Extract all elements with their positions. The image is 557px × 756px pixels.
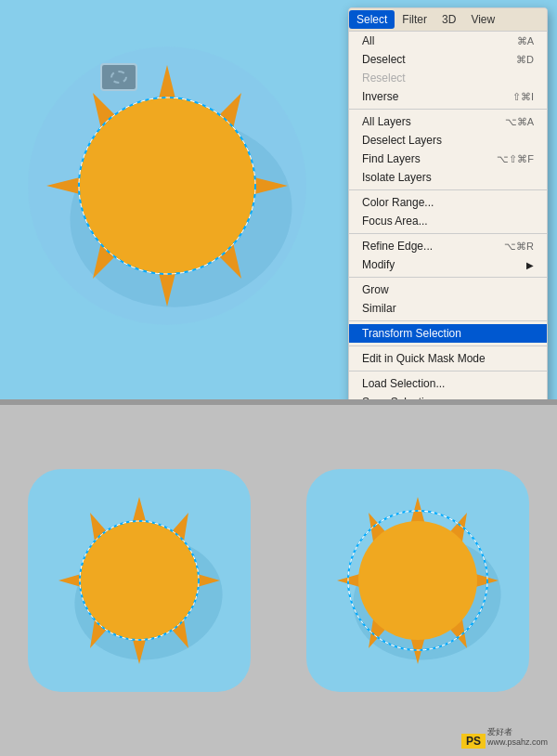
menu-item-color-range[interactable]: Color Range... (349, 193, 547, 212)
menu-item-reselect: Reselect (349, 69, 547, 87)
separator-2 (349, 189, 547, 190)
menu-bar-select[interactable]: Select (349, 10, 395, 29)
menu-item-isolate-layers[interactable]: Isolate Layers (349, 168, 547, 187)
menu-item-refine-edge[interactable]: Refine Edge... ⌥⌘R (349, 237, 547, 255)
select-menu: Select Filter 3D View All ⌘A Deselect ⌘D… (348, 7, 548, 399)
watermark-ps-label: PS (461, 734, 486, 749)
menu-item-deselect-layers[interactable]: Deselect Layers (349, 131, 547, 150)
separator-7 (349, 371, 547, 371)
svg-point-33 (358, 521, 477, 640)
menu-item-inverse[interactable]: Inverse ⇧⌘I (349, 87, 547, 106)
bottom-left-panel (0, 405, 278, 756)
menu-item-deselect[interactable]: Deselect ⌘D (349, 50, 547, 69)
menu-bar-3d[interactable]: 3D (434, 10, 463, 29)
menu-item-focus-area[interactable]: Focus Area... (349, 212, 547, 230)
menu-bar-view[interactable]: View (463, 10, 502, 29)
menu-item-grow[interactable]: Grow (349, 280, 547, 299)
separator-1 (349, 109, 547, 110)
icon-container-right (306, 469, 529, 692)
menu-item-find-layers[interactable]: Find Layers ⌥⇧⌘F (349, 150, 547, 168)
separator-6 (349, 345, 547, 346)
icon-container-left (28, 469, 251, 692)
watermark-area: PS 爱好者 www.psahz.com (461, 727, 548, 749)
menu-item-all-layers[interactable]: All Layers ⌥⌘A (349, 112, 547, 131)
separator-3 (349, 233, 547, 234)
bottom-right-panel (278, 405, 557, 756)
separator-5 (349, 320, 547, 321)
sun-icon-left (46, 488, 232, 673)
menu-item-similar[interactable]: Similar (349, 299, 547, 318)
separator-4 (349, 277, 547, 278)
bottom-section (0, 405, 557, 756)
menu-bar[interactable]: Select Filter 3D View (349, 8, 547, 32)
sun-graphic (28, 46, 306, 325)
sun-icon-right (325, 488, 511, 673)
menu-item-transform-selection[interactable]: Transform Selection (349, 324, 547, 343)
watermark-site-text: 爱好者 www.psahz.com (487, 727, 548, 749)
menu-item-edit-quick-mask[interactable]: Edit in Quick Mask Mode (349, 349, 547, 368)
menu-item-load-selection[interactable]: Load Selection... (349, 374, 547, 393)
menu-item-all[interactable]: All ⌘A (349, 32, 547, 50)
top-canvas-area: Select Filter 3D View All ⌘A Deselect ⌘D… (0, 0, 557, 399)
menu-bar-filter[interactable]: Filter (395, 10, 434, 29)
canvas-panel (0, 0, 343, 399)
menu-item-modify[interactable]: Modify ▶ (349, 255, 547, 274)
menu-item-save-selection[interactable]: Save Selection... (349, 393, 547, 399)
